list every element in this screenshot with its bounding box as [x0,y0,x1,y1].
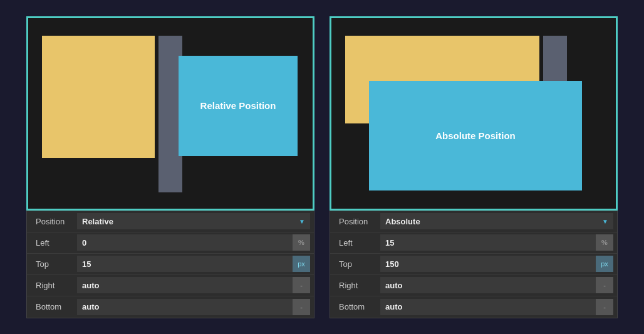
right-top-value-wrap: 150 px [380,256,613,272]
right-left-unit[interactable]: % [596,234,613,251]
right-position-label: Position [330,217,380,226]
left-bottom-value[interactable]: auto [77,299,293,315]
left-bottom-unit[interactable]: - [293,299,310,315]
left-left-value-wrap: 0 % [77,234,310,251]
left-position-row: Position Relative ▼ [27,211,314,232]
left-left-value[interactable]: 0 [77,234,293,251]
left-left-unit[interactable]: % [293,234,310,251]
left-bottom-value-wrap: auto - [77,299,310,315]
right-top-label: Top [330,259,380,269]
left-position-select-container[interactable]: Relative ▼ [77,213,310,229]
right-right-value-wrap: auto - [380,277,613,293]
left-blue-block: Relative Position [179,56,298,156]
left-top-label: Top [27,259,77,269]
right-right-unit[interactable]: - [596,277,613,293]
left-bottom-label: Bottom [27,302,77,311]
right-right-value[interactable]: auto [380,277,596,293]
left-top-row: Top 15 px [27,254,314,275]
left-right-unit[interactable]: - [293,277,310,293]
right-props-panel: Position Absolute ▼ Left 15 % Top [330,211,618,318]
right-position-select-container[interactable]: Absolute ▼ [380,213,613,229]
left-position-select[interactable]: Relative ▼ [77,213,310,229]
right-top-row: Top 150 px [330,254,617,275]
left-position-dropdown-arrow: ▼ [299,218,305,225]
right-top-unit[interactable]: px [596,256,613,272]
left-right-row: Right auto - [27,275,314,296]
right-bottom-row: Bottom auto - [330,296,617,318]
left-right-value-wrap: auto - [77,277,310,293]
right-blue-label: Absolute Position [435,130,516,141]
left-right-value[interactable]: auto [77,277,293,293]
right-bottom-label: Bottom [330,302,380,311]
left-top-value-wrap: 15 px [77,256,310,272]
right-panel: Absolute Position Position Absolute ▼ Le… [330,16,618,318]
left-left-row: Left 0 % [27,232,314,254]
right-position-value: Absolute [385,217,420,226]
main-container: Relative Position Position Relative ▼ Le… [14,4,630,331]
right-position-row: Position Absolute ▼ [330,211,617,232]
left-panel: Relative Position Position Relative ▼ Le… [26,16,314,318]
left-top-value[interactable]: 15 [77,256,293,272]
right-canvas: Absolute Position [330,16,618,211]
left-bottom-row: Bottom auto - [27,296,314,318]
left-props-panel: Position Relative ▼ Left 0 % Top [26,211,314,318]
right-bottom-unit[interactable]: - [596,299,613,315]
right-right-label: Right [330,281,380,290]
left-position-label: Position [27,217,77,226]
right-position-select[interactable]: Absolute ▼ [380,213,613,229]
left-top-unit[interactable]: px [293,256,310,272]
left-canvas: Relative Position [26,16,314,211]
right-left-value[interactable]: 15 [380,234,596,251]
left-position-value: Relative [82,217,113,226]
left-right-label: Right [27,281,77,290]
left-yellow-block [42,36,155,158]
right-blue-block: Absolute Position [369,81,582,190]
right-top-value[interactable]: 150 [380,256,596,272]
right-right-row: Right auto - [330,275,617,296]
left-blue-label: Relative Position [200,100,276,111]
right-left-value-wrap: 15 % [380,234,613,251]
right-bottom-value[interactable]: auto [380,299,596,315]
left-left-label: Left [27,238,77,248]
right-position-dropdown-arrow: ▼ [602,218,608,225]
right-bottom-value-wrap: auto - [380,299,613,315]
right-left-row: Left 15 % [330,232,617,254]
right-left-label: Left [330,238,380,248]
